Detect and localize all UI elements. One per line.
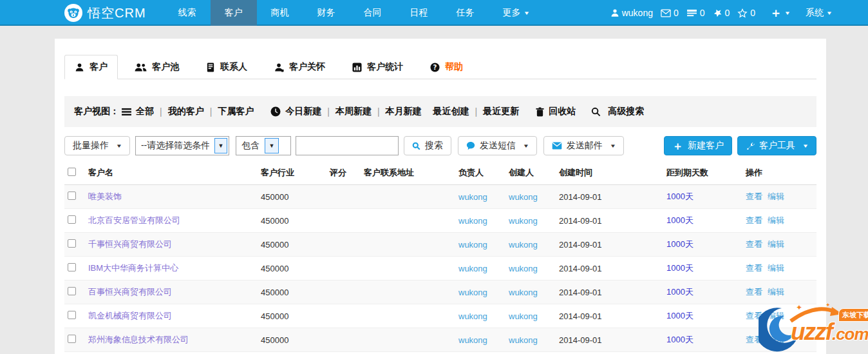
view-link[interactable]: 查看	[746, 263, 762, 273]
edit-link[interactable]: 编辑	[768, 239, 784, 249]
view-link[interactable]: 查看	[746, 192, 762, 201]
nav-item-商机[interactable]: 商机	[257, 0, 303, 26]
column-header: 客户名	[85, 161, 258, 185]
edit-link[interactable]: 编辑	[768, 215, 784, 225]
select-all-checkbox[interactable]	[68, 168, 76, 176]
contacts-icon	[206, 63, 215, 72]
nav-item-任务[interactable]: 任务	[442, 0, 489, 26]
messages-badge[interactable]: 0	[661, 8, 679, 18]
owner-link[interactable]: wukong	[458, 311, 487, 321]
owner-link[interactable]: wukong	[458, 288, 487, 297]
bulk-actions-button[interactable]: 批量操作▼	[64, 136, 130, 155]
advanced-search-link[interactable]: 高级搜索	[608, 106, 644, 117]
row-checkbox[interactable]	[68, 192, 76, 200]
tab-label: 客户统计	[367, 61, 403, 73]
creator-link[interactable]: wukong	[509, 240, 538, 250]
favorites-badge[interactable]: 0	[737, 8, 755, 18]
view-my-customers-link[interactable]: 我的客户	[168, 106, 204, 117]
star-icon	[737, 8, 748, 18]
view-recently-created-link[interactable]: 最近创建	[433, 106, 469, 117]
creator-link[interactable]: wukong	[509, 216, 538, 226]
owner-link[interactable]: wukong	[458, 335, 487, 345]
view-today-link[interactable]: 今日新建	[285, 106, 321, 117]
send-sms-button[interactable]: 发送短信▼	[458, 136, 537, 155]
trash-icon	[536, 107, 544, 117]
nav-item-合同[interactable]: 合同	[350, 0, 396, 26]
edit-link[interactable]: 编辑	[768, 263, 784, 273]
navbar-right: wukong 0 0 0 0 ＋▼ 系统▼	[603, 0, 868, 26]
creator-link[interactable]: wukong	[509, 311, 538, 321]
customer-name-link[interactable]: 千事恒兴商贸有限公司	[88, 239, 172, 249]
row-checkbox[interactable]	[68, 263, 76, 271]
nav-item-更多[interactable]: 更多▼	[489, 0, 543, 26]
new-customer-button[interactable]: ＋ 新建客户	[664, 136, 732, 155]
customer-name-link[interactable]: 凯金机械商贸有限公司	[88, 311, 172, 320]
customer-name-link[interactable]: 唯美装饰	[88, 192, 122, 201]
row-checkbox[interactable]	[68, 335, 76, 343]
days-to-expiry-link[interactable]: 1000天	[666, 311, 693, 320]
edit-link[interactable]: 编辑	[768, 287, 784, 297]
view-subordinate-link[interactable]: 下属客户	[218, 106, 254, 117]
tab-联系人[interactable]: 联系人	[196, 55, 258, 79]
user-menu[interactable]: wukong	[610, 8, 653, 18]
quick-add-button[interactable]: ＋▼	[769, 5, 790, 21]
customer-name-link[interactable]: 百事恒兴商贸有限公司	[88, 287, 172, 297]
edit-link[interactable]: 编辑	[768, 192, 784, 201]
days-to-expiry-link[interactable]: 1000天	[666, 192, 693, 201]
tab-客户统计[interactable]: 客户统计	[342, 55, 413, 79]
send-email-button[interactable]: 发送邮件▼	[543, 136, 624, 155]
days-to-expiry-link[interactable]: 1000天	[666, 239, 693, 249]
view-recently-updated-link[interactable]: 最近更新	[483, 106, 519, 117]
owner-link[interactable]: wukong	[458, 264, 487, 273]
days-to-expiry-link[interactable]: 1000天	[666, 263, 693, 273]
days-to-expiry-link[interactable]: 1000天	[666, 287, 693, 297]
search-input[interactable]	[296, 136, 399, 155]
view-this-month-link[interactable]: 本月新建	[386, 106, 422, 117]
tab-客户池[interactable]: 客户池	[124, 55, 189, 79]
customer-row: 欣华阳商贸有限公司450000wukongwukong2014-09-01100…	[64, 352, 816, 354]
tasks-badge[interactable]: 0	[686, 8, 705, 18]
targets-badge[interactable]: 0	[713, 8, 730, 18]
nav-item-财务[interactable]: 财务	[303, 0, 350, 26]
customer-tools-button[interactable]: 客户工具▼	[737, 136, 816, 155]
tab-客户[interactable]: 客户	[64, 55, 118, 79]
user-care-icon	[274, 63, 284, 72]
nav-item-客户[interactable]: 客户	[211, 0, 257, 26]
recycle-bin-link[interactable]: 回收站	[549, 106, 576, 117]
search-button[interactable]: 搜索	[404, 136, 451, 155]
creator-link[interactable]: wukong	[509, 192, 538, 202]
days-to-expiry-link[interactable]: 1000天	[666, 215, 693, 225]
owner-link[interactable]: wukong	[458, 216, 487, 226]
creator-link[interactable]: wukong	[509, 335, 538, 345]
brand[interactable]: 悟空CRM	[64, 0, 146, 26]
row-checkbox[interactable]	[68, 311, 76, 319]
match-type-select[interactable]: 包含 ▼	[236, 136, 291, 155]
row-checkbox[interactable]	[68, 215, 76, 224]
customer-table: 客户名客户行业评分客户联系地址负责人创建人创建时间距到期天数操作 唯美装饰450…	[64, 161, 816, 354]
tab-帮助[interactable]: ?帮助	[420, 55, 473, 79]
customer-name-link[interactable]: IBM大中华商务计算中心	[88, 263, 178, 273]
view-link[interactable]: 查看	[746, 215, 762, 225]
view-this-week-link[interactable]: 本周新建	[335, 106, 372, 117]
customer-name-link[interactable]: 郑州海象信息技术有限公司	[88, 335, 189, 344]
row-checkbox[interactable]	[68, 287, 76, 295]
filter-condition-select[interactable]: --请选择筛选条件-- ▼	[135, 136, 229, 155]
view-link[interactable]: 查看	[746, 287, 762, 297]
nav-item-日程[interactable]: 日程	[396, 0, 442, 26]
tab-客户关怀[interactable]: 客户关怀	[264, 55, 335, 79]
view-link[interactable]: 查看	[746, 239, 762, 249]
row-checkbox[interactable]	[68, 239, 76, 248]
sparkle-icon: ✦	[826, 302, 831, 308]
creator-link[interactable]: wukong	[509, 288, 538, 297]
customer-row: 北京百安居管业有限公司450000wukongwukong2014-09-011…	[64, 209, 816, 233]
creator-link[interactable]: wukong	[509, 264, 538, 273]
customer-name-link[interactable]: 北京百安居管业有限公司	[88, 215, 180, 225]
view-all-link[interactable]: 全部	[136, 106, 154, 117]
system-menu[interactable]: 系统▼	[806, 7, 832, 19]
owner-link[interactable]: wukong	[458, 192, 487, 202]
list-toolbar: 批量操作▼ --请选择筛选条件-- ▼ 包含 ▼ 搜索 发送短信▼ 发送邮件▼ …	[64, 136, 816, 155]
nav-item-线索[interactable]: 线索	[164, 0, 211, 26]
owner-link[interactable]: wukong	[458, 240, 487, 250]
days-to-expiry-link[interactable]: 1000天	[666, 335, 693, 344]
user-icon	[610, 8, 619, 17]
